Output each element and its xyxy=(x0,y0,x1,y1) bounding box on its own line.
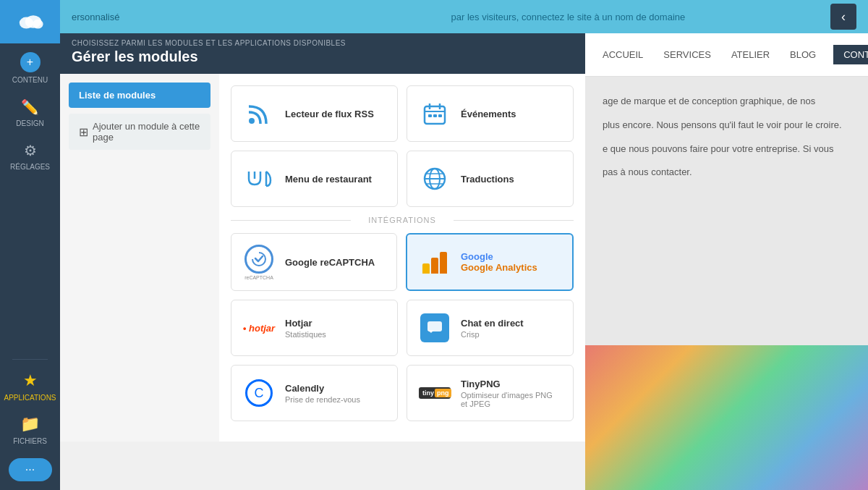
chat-title: Chat en direct xyxy=(461,318,524,329)
evenements-title: Événements xyxy=(461,109,516,119)
svg-rect-17 xyxy=(427,321,442,331)
top-bar: ersonnalisé par les visiteurs, connectez… xyxy=(60,0,868,33)
hotjar-icon: • hotjar xyxy=(243,312,275,344)
chat-icon xyxy=(419,312,451,344)
sidebar-label-reglages: RÉGLAGES xyxy=(10,163,50,171)
module-grid: Lecteur de flux RSS xyxy=(219,74,585,442)
module-nav: Liste de modules ⊞ Ajouter un module à c… xyxy=(60,74,219,442)
module-card-analytics-text: Google Google Analytics xyxy=(461,251,537,273)
integration-row-1: reCAPTCHA Google reCAPTCHA xyxy=(231,233,574,291)
tinypng-icon: tinypng xyxy=(419,377,451,409)
module-card-tinypng-text: TinyPNG Optimiseur d'images PNG et JPEG xyxy=(461,379,561,408)
hotjar-subtitle: Statistiques xyxy=(285,330,326,339)
calendly-icon: C xyxy=(243,377,275,409)
sidebar-bottom: ★ APPLICATIONS 📁 FICHIERS ··· xyxy=(0,356,60,490)
recaptcha-icon: reCAPTCHA xyxy=(243,246,275,278)
back-arrow-button[interactable]: ‹ xyxy=(830,4,856,30)
panel-title: Gérer les modules xyxy=(72,48,574,65)
module-card-rss[interactable]: Lecteur de flux RSS xyxy=(231,85,398,142)
nav-accueil[interactable]: ACCUEIL xyxy=(600,46,646,63)
folder-icon: 📁 xyxy=(20,415,40,434)
brush-icon: ✏️ xyxy=(21,98,39,116)
sidebar-label-design: DESIGN xyxy=(16,119,43,127)
content-line-4: pas à nous contacter. xyxy=(603,165,851,180)
module-card-evenements[interactable]: Événements xyxy=(407,85,574,142)
events-icon xyxy=(419,98,451,130)
translations-icon xyxy=(419,163,451,195)
star-icon: ★ xyxy=(23,371,38,390)
svg-point-3 xyxy=(249,118,255,124)
module-card-traductions[interactable]: Traductions xyxy=(407,151,574,207)
sidebar-item-contenu[interactable]: + CONTENU xyxy=(0,43,60,90)
sidebar-item-reglages[interactable]: ⚙ RÉGLAGES xyxy=(0,133,60,177)
sidebar-label-fichiers: FICHIERS xyxy=(13,437,47,445)
sidebar-item-design[interactable]: ✏️ DESIGN xyxy=(0,90,60,133)
traductions-title: Traductions xyxy=(461,174,514,185)
content-line-1: age de marque et de conception graphique… xyxy=(603,94,851,109)
main-area: ersonnalisé par les visiteurs, connectez… xyxy=(60,0,868,490)
nav-blog[interactable]: BLOG xyxy=(787,46,819,63)
chat-subtitle: Crisp xyxy=(461,330,524,339)
sidebar-label-applications: APPLICATIONS xyxy=(4,394,56,402)
module-panel: CHOISISSEZ PARMI LES MODULES ET LES APPL… xyxy=(60,33,585,442)
nav-atelier[interactable]: ATELIER xyxy=(728,46,773,63)
module-row-1: Lecteur de flux RSS xyxy=(231,85,574,142)
rss-icon xyxy=(243,98,275,130)
nav-liste-modules[interactable]: Liste de modules xyxy=(69,83,210,108)
sidebar-label-contenu: CONTENU xyxy=(12,76,48,84)
calendly-subtitle: Prise de rendez-vous xyxy=(285,395,360,404)
module-card-menu-text: Menu de restaurant xyxy=(285,174,372,185)
integration-row-3: C Calendly Prise de rendez-vous tinypng xyxy=(231,365,574,421)
logo[interactable] xyxy=(0,0,60,43)
module-panel-body: Liste de modules ⊞ Ajouter un module à c… xyxy=(60,74,585,442)
sidebar-item-fichiers[interactable]: 📁 FICHIERS xyxy=(0,407,60,452)
calendly-title: Calendly xyxy=(285,383,360,394)
module-card-tinypng[interactable]: tinypng TinyPNG Optimiseur d'images PNG … xyxy=(407,365,574,421)
nav-contact[interactable]: CONTACT xyxy=(833,45,868,64)
module-card-chat-text: Chat en direct Crisp xyxy=(461,318,524,339)
sidebar-divider xyxy=(12,359,48,360)
svg-rect-8 xyxy=(428,114,432,117)
plus-icon: + xyxy=(20,52,41,72)
module-card-menu[interactable]: Menu de restaurant xyxy=(231,151,398,207)
module-card-hotjar[interactable]: • hotjar Hotjar Statistiques xyxy=(231,300,398,356)
module-panel-header: CHOISISSEZ PARMI LES MODULES ET LES APPL… xyxy=(60,33,585,74)
chat-button[interactable]: ··· xyxy=(9,458,52,481)
module-card-hotjar-text: Hotjar Statistiques xyxy=(285,318,326,339)
menu-icon xyxy=(243,163,275,195)
nav-services[interactable]: SERVICES xyxy=(660,46,714,63)
rss-title: Lecteur de flux RSS xyxy=(285,109,374,119)
chat-dots: ··· xyxy=(25,463,35,476)
module-card-calendly[interactable]: C Calendly Prise de rendez-vous xyxy=(231,365,398,421)
integrations-label: INTÉGRATIONS xyxy=(231,216,574,224)
plus-icon-nav: ⊞ xyxy=(79,125,88,139)
svg-point-2 xyxy=(33,20,43,29)
top-bar-text: ersonnalisé xyxy=(72,12,451,22)
module-card-recaptcha[interactable]: reCAPTCHA Google reCAPTCHA xyxy=(231,233,397,291)
gear-icon: ⚙ xyxy=(24,142,37,159)
analytics-title: Google Google Analytics xyxy=(461,251,537,273)
top-bar-message: par les visiteurs, connectez le site à u… xyxy=(451,12,831,22)
module-card-evenements-text: Événements xyxy=(461,109,516,119)
hotjar-title: Hotjar xyxy=(285,318,326,329)
svg-rect-9 xyxy=(433,114,437,117)
module-row-2: Menu de restaurant xyxy=(231,151,574,207)
website-nav: ACCUEIL SERVICES ATELIER BLOG CONTACT MA… xyxy=(585,33,868,77)
content-line-3: e que nous pouvons faire pour votre entr… xyxy=(603,142,851,157)
svg-rect-10 xyxy=(438,114,442,117)
sidebar: + CONTENU ✏️ DESIGN ⚙ RÉGLAGES ★ APPLICA… xyxy=(0,0,60,490)
menu-title: Menu de restaurant xyxy=(285,174,372,185)
analytics-icon xyxy=(419,246,451,278)
nav-ajouter-module[interactable]: ⊞ Ajouter un module à cette page xyxy=(69,114,210,150)
integration-row-2: • hotjar Hotjar Statistiques xyxy=(231,300,574,356)
module-card-chat[interactable]: Chat en direct Crisp xyxy=(407,300,574,356)
website-image xyxy=(585,345,868,490)
tinypng-subtitle: Optimiseur d'images PNG et JPEG xyxy=(461,391,561,408)
panel-subtitle: CHOISISSEZ PARMI LES MODULES ET LES APPL… xyxy=(72,39,574,47)
sidebar-item-applications[interactable]: ★ APPLICATIONS xyxy=(0,363,60,407)
content-line-2: plus encore. Nous pensons qu'il faut le … xyxy=(603,118,851,133)
module-card-rss-text: Lecteur de flux RSS xyxy=(285,109,374,119)
module-card-traductions-text: Traductions xyxy=(461,174,514,185)
module-card-analytics[interactable]: Google Google Analytics xyxy=(406,233,574,291)
tinypng-title: TinyPNG xyxy=(461,379,561,389)
